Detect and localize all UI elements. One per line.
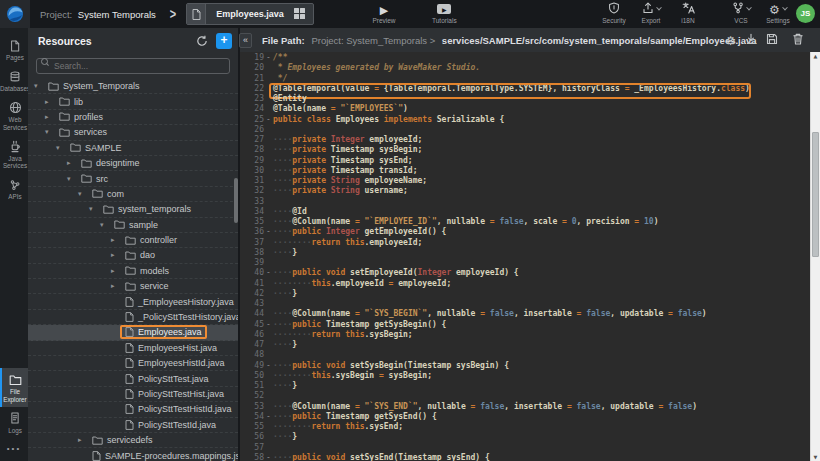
code-line-42[interactable]: 42····} — [240, 289, 820, 299]
code-line-50[interactable]: 50········this.sysBegin = sysBegin; — [240, 371, 820, 381]
fold-marker-icon[interactable]: - — [264, 115, 273, 125]
i18n-button[interactable]: i18N — [676, 2, 700, 24]
tree-item-policystttesthist-java[interactable]: PolicySttTestHist.java — [28, 387, 238, 402]
code-line-28[interactable]: 28····private Timestamp sysBegin; — [240, 145, 820, 155]
add-resource-button[interactable]: + — [216, 33, 232, 49]
expand-arrow-icon[interactable]: ▸ — [111, 236, 120, 244]
code-line-45[interactable]: 45-····public Timestamp getSysBegin() { — [240, 320, 820, 330]
code-line-38[interactable]: 38····} — [240, 248, 820, 258]
code-line-53[interactable]: 53····@Column(name = "`SYS_END`", nullab… — [240, 402, 820, 412]
code-line-56[interactable]: 56····} — [240, 432, 820, 442]
tree-item-system-temporals[interactable]: ▾system_temporals — [28, 202, 238, 217]
tree-item-controller[interactable]: ▸controller — [28, 233, 238, 248]
grid-icon[interactable] — [294, 8, 306, 20]
code-line-44[interactable]: 44····@Column(name = "`SYS_BEGIN`", null… — [240, 309, 820, 319]
fold-marker-icon[interactable]: - — [264, 268, 273, 278]
code-line-47[interactable]: 47····} — [240, 340, 820, 350]
collapse-arrow-icon[interactable]: ▾ — [78, 190, 87, 198]
expand-arrow-icon[interactable]: ▸ — [45, 98, 54, 106]
code-line-36[interactable]: 36-····public Integer getEmployeeId() { — [240, 227, 820, 237]
sidebar-item-web-services[interactable]: Web Services — [0, 96, 28, 134]
code-line-23[interactable]: 23@Entity — [240, 94, 820, 104]
code-line-34[interactable]: 34····@Id — [240, 207, 820, 217]
code-line-35[interactable]: 35····@Column(name = "`EMPLOYEE_ID`", nu… — [240, 217, 820, 227]
sidebar-overflow-button[interactable]: ••• — [0, 438, 28, 461]
tree-item-com[interactable]: ▾com — [28, 187, 238, 202]
expand-arrow-icon[interactable]: ▸ — [45, 113, 54, 121]
code-line-49[interactable]: 49-····public void setSysBegin(Timestamp… — [240, 361, 820, 371]
code-line-54[interactable]: 54-····public Timestamp getSysEnd() { — [240, 412, 820, 422]
tree-item-employeeshistid-java[interactable]: EmployeesHistId.java — [28, 356, 238, 371]
code-line-20[interactable]: 20 * Employees generated by WaveMaker St… — [240, 63, 820, 73]
code-line-21[interactable]: 21 */ — [240, 74, 820, 84]
code-line-19[interactable]: 19-/** — [240, 53, 820, 63]
tree-item-profiles[interactable]: ▸profiles — [28, 110, 238, 125]
code-line-58[interactable]: 58-····public void setSysEnd(Timestamp s… — [240, 453, 820, 461]
delete-button[interactable] — [792, 31, 804, 49]
fold-marker-icon[interactable]: - — [264, 453, 273, 461]
tree-item-policystttestid-java[interactable]: PolicySttTestId.java — [28, 418, 238, 433]
tree-item-sample-procedures-mappings-json[interactable]: SAMPLE-procedures.mappings.json — [28, 448, 238, 461]
code-line-51[interactable]: 51····} — [240, 381, 820, 391]
code-line-39[interactable]: 39 — [240, 258, 820, 268]
collapse-panel-button[interactable]: « — [239, 33, 252, 48]
collapse-arrow-icon[interactable]: ▾ — [56, 144, 65, 152]
collapse-arrow-icon[interactable]: ▾ — [45, 128, 54, 136]
user-avatar[interactable]: JS — [796, 4, 815, 23]
tree-item-sample[interactable]: ▾sample — [28, 218, 238, 233]
collapse-arrow-icon[interactable]: ▾ — [67, 175, 76, 183]
sidebar-item-logs[interactable]: Logs — [0, 407, 28, 438]
tree-item-models[interactable]: ▸models — [28, 264, 238, 279]
code-line-52[interactable]: 52 — [240, 391, 820, 401]
code-line-41[interactable]: 41········this.employeeId = employeeId; — [240, 279, 820, 289]
code-line-55[interactable]: 55········return this.sysEnd; — [240, 422, 820, 432]
tutorials-button[interactable]: ▶Tutorials — [432, 2, 457, 24]
code-line-32[interactable]: 32····private String username; — [240, 186, 820, 196]
code-line-30[interactable]: 30····private Timestamp transId; — [240, 166, 820, 176]
fold-marker-icon[interactable]: - — [264, 53, 273, 63]
collapse-arrow-icon[interactable]: ▾ — [89, 205, 98, 213]
expand-arrow-icon[interactable]: ▸ — [67, 159, 76, 167]
code-line-29[interactable]: 29····private Timestamp sysEnd; — [240, 156, 820, 166]
scroll-down-icon[interactable]: ▼ — [811, 454, 820, 460]
tree-item-policystttest-java[interactable]: PolicySttTest.java — [28, 371, 238, 386]
code-line-22[interactable]: 22@TableTemporal(value = {TableTemporal.… — [240, 84, 820, 94]
tree-item-system-temporals[interactable]: ▾System_Temporals — [28, 79, 238, 94]
code-line-43[interactable]: 43 — [240, 299, 820, 309]
code-line-31[interactable]: 31····private String employeeName; — [240, 176, 820, 186]
code-line-48[interactable]: 48 — [240, 350, 820, 360]
scroll-up-icon[interactable]: ▲ — [811, 53, 820, 59]
collapse-arrow-icon[interactable]: ▾ — [34, 82, 43, 90]
tree-item-policystttesthistid-java[interactable]: PolicySttTestHistId.java — [28, 402, 238, 417]
editor-scrollbar[interactable]: ▲ ▼ — [810, 52, 820, 461]
vcs-button[interactable]: VCS — [729, 2, 753, 24]
project-name[interactable]: System Temporals — [78, 9, 156, 20]
tree-item-lib[interactable]: ▸lib — [28, 94, 238, 109]
fold-marker-icon[interactable]: - — [264, 320, 273, 330]
tree-item-servicedefs[interactable]: ▸servicedefs — [28, 433, 238, 448]
expand-arrow-icon[interactable]: ▸ — [111, 282, 120, 290]
code-line-37[interactable]: 37········return this.employeeId; — [240, 238, 820, 248]
settings-button[interactable]: ⚙Settings — [766, 2, 790, 24]
resources-scrollbar-thumb[interactable] — [234, 178, 238, 223]
code-line-25[interactable]: 25-public class Employees implements Ser… — [240, 115, 820, 125]
export-button[interactable]: Export — [639, 2, 663, 24]
fold-marker-icon[interactable]: - — [264, 227, 273, 237]
wavemaker-logo[interactable] — [0, 0, 30, 28]
sidebar-item-java-services[interactable]: Java Services — [0, 135, 28, 173]
download-button[interactable] — [745, 31, 757, 49]
save-button[interactable] — [766, 31, 778, 49]
security-button[interactable]: Security — [602, 2, 626, 24]
code-line-46[interactable]: 46········return this.sysBegin; — [240, 330, 820, 340]
tree-item-dao[interactable]: ▸dao — [28, 248, 238, 263]
code-line-33[interactable]: 33 — [240, 197, 820, 207]
expand-arrow-icon[interactable]: ▸ — [111, 267, 120, 275]
tree-item-service[interactable]: ▸service — [28, 279, 238, 294]
tree-item-designtime[interactable]: ▸designtime — [28, 156, 238, 171]
tree-item-policystttesthistory-java[interactable]: _PolicySttTestHistory.java — [28, 310, 238, 325]
sidebar-item-pages[interactable]: Pages — [0, 34, 28, 65]
code-area[interactable]: 19-/**20 * Employees generated by WaveMa… — [240, 52, 820, 461]
sidebar-item-file-explorer[interactable]: File Explorer — [0, 368, 28, 406]
settings-button[interactable]: ⚙ — [725, 31, 736, 49]
sidebar-item-databases[interactable]: Databases — [0, 65, 28, 96]
